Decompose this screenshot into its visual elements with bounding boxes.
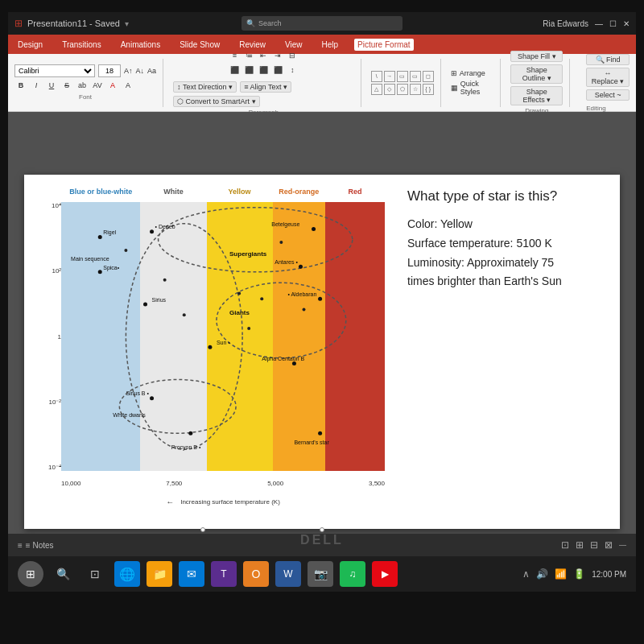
- shape-row-1: \ → ▭ ▭ ◻: [371, 71, 434, 82]
- text-direction-button[interactable]: ↕ Text Direction ▾: [173, 81, 237, 93]
- star-icon[interactable]: ☆: [410, 84, 421, 95]
- volume-icon[interactable]: 🔊: [536, 568, 548, 580]
- align-text-button[interactable]: ≡ Align Text ▾: [240, 81, 291, 93]
- parallelogram-icon[interactable]: ◇: [384, 84, 395, 95]
- music-button[interactable]: ♫: [340, 561, 365, 587]
- bullets-button[interactable]: ≡: [228, 49, 241, 62]
- align-center-button[interactable]: ⬛: [242, 64, 255, 76]
- svg-text:Betelgeuse: Betelgeuse: [271, 221, 299, 228]
- justify-button[interactable]: ⬛: [271, 64, 284, 76]
- color-label-blue: Blue or blue-white: [61, 188, 140, 196]
- clock: 12:00 PM: [592, 570, 626, 579]
- replace-button[interactable]: ↔ Replace ▾: [586, 68, 630, 87]
- font-size-input[interactable]: [98, 64, 121, 77]
- close-btn[interactable]: ✕: [623, 19, 630, 28]
- pentagon-icon[interactable]: ⬠: [397, 84, 408, 95]
- svg-text:Procyon B •: Procyon B •: [171, 444, 201, 451]
- italic-button[interactable]: I: [30, 79, 43, 92]
- align-left-button[interactable]: ⬛: [228, 64, 241, 76]
- font-name-select[interactable]: Calibri: [14, 64, 95, 77]
- rect3-icon[interactable]: ◻: [423, 71, 434, 82]
- y-tick-2: 10²: [52, 267, 61, 275]
- strikethrough-button[interactable]: S: [60, 79, 73, 92]
- edge-button[interactable]: 🌐: [114, 561, 140, 587]
- arrange-button[interactable]: ⊞ Arrange: [451, 69, 494, 77]
- indent-decrease-button[interactable]: ⇤: [257, 49, 270, 62]
- battery-icon[interactable]: 🔋: [573, 568, 585, 580]
- svg-text:Giants: Giants: [229, 309, 250, 316]
- start-button[interactable]: ⊞: [18, 561, 43, 587]
- teams-button[interactable]: T: [211, 561, 237, 587]
- svg-text:Bernard's star: Bernard's star: [294, 440, 329, 445]
- font-name-row: Calibri A↑ A↓ Aa: [14, 64, 156, 77]
- brace-icon[interactable]: { }: [423, 84, 434, 95]
- office-taskbar-button[interactable]: O: [243, 561, 269, 587]
- rect-icon[interactable]: ▭: [397, 71, 408, 82]
- shape-fill-button[interactable]: Shape Fill ▾: [510, 51, 563, 62]
- slide[interactable]: Blue or blue-white White Yellow Red-oran…: [24, 175, 620, 529]
- numbering-button[interactable]: ≔: [242, 49, 255, 62]
- minimize-btn[interactable]: —: [595, 19, 603, 28]
- align-right-button[interactable]: ⬛: [257, 64, 270, 76]
- triangle-icon[interactable]: △: [371, 84, 382, 95]
- search-taskbar-button[interactable]: 🔍: [50, 561, 76, 587]
- rect2-icon[interactable]: ▭: [410, 71, 421, 82]
- word-button[interactable]: W: [275, 561, 301, 587]
- x-axis-text: Increasing surface temperature (K): [180, 498, 280, 506]
- quick-styles-button[interactable]: ▦ Quick Styles: [451, 80, 494, 96]
- tab-slideshow[interactable]: Slide Show: [176, 39, 223, 51]
- notes-view-icon[interactable]: ⊡: [561, 539, 569, 551]
- columns-button[interactable]: ⊟: [286, 49, 299, 62]
- tab-transitions[interactable]: Transitions: [59, 39, 105, 51]
- shadow-button[interactable]: ab: [76, 79, 89, 92]
- tab-design[interactable]: Design: [14, 39, 46, 51]
- fit-icon[interactable]: ⊟: [590, 539, 598, 551]
- grid-icon[interactable]: ⊞: [576, 539, 584, 551]
- tab-animations[interactable]: Animations: [118, 39, 163, 51]
- underline-button[interactable]: U: [45, 79, 58, 92]
- shape-outline-button[interactable]: Shape Outline ▾: [510, 64, 563, 84]
- notes-label[interactable]: ≡ ≡ Notes: [18, 541, 54, 550]
- font-shrink-icon[interactable]: A↓: [136, 67, 145, 75]
- notification-icon[interactable]: ∧: [522, 568, 530, 580]
- color-label-yellow: Yellow: [207, 188, 273, 196]
- info-line-1: Color: Yellow: [407, 215, 607, 234]
- find-button[interactable]: 🔍 Find: [586, 54, 630, 65]
- mail-button[interactable]: ✉: [179, 561, 204, 587]
- network-icon[interactable]: 📶: [555, 568, 567, 580]
- char-spacing-button[interactable]: AV: [91, 79, 104, 92]
- font-color-button[interactable]: A: [106, 79, 119, 92]
- tab-help[interactable]: Help: [318, 39, 341, 51]
- office-icon: ⊞: [14, 18, 23, 29]
- notes-icon: ≡: [18, 541, 23, 550]
- maximize-btn[interactable]: ☐: [609, 19, 617, 28]
- present-icon[interactable]: ⊠: [605, 539, 613, 551]
- svg-text:Sirius: Sirius: [152, 297, 167, 303]
- select-button[interactable]: Select ~: [586, 89, 630, 101]
- selection-handle-bottom-left[interactable]: [200, 527, 205, 532]
- clear-format-icon[interactable]: Aa: [147, 67, 156, 75]
- indent-increase-button[interactable]: ⇥: [271, 49, 284, 62]
- x-ticks: 10,000 7,500 5,000 3,500: [61, 480, 385, 487]
- line-spacing-button[interactable]: ↕: [286, 64, 299, 76]
- photos-button[interactable]: 📷: [308, 561, 333, 587]
- ribbon-group-arrange: ⊞ Arrange ▦ Quick Styles: [451, 59, 502, 107]
- y-axis-label-container: Increasing luminosity (compared to the S…: [27, 267, 40, 428]
- explorer-button[interactable]: 📁: [147, 561, 172, 587]
- hr-chart: Blue or blue-white White Yellow Red-oran…: [31, 183, 388, 513]
- line-icon[interactable]: \: [371, 71, 382, 82]
- editing-group-label: Editing: [586, 105, 630, 112]
- shape-effects-button[interactable]: Shape Effects ▾: [510, 86, 563, 105]
- search-bar[interactable]: 🔍 Search: [242, 16, 402, 31]
- bold-button[interactable]: B: [14, 79, 27, 92]
- arrow-icon[interactable]: →: [384, 71, 395, 82]
- tab-picture-format[interactable]: Picture Format: [354, 39, 414, 51]
- task-view-button[interactable]: ⊡: [82, 561, 108, 587]
- font-grow-icon[interactable]: A↑: [124, 67, 133, 75]
- ribbon: Design Transitions Animations Slide Show…: [8, 35, 636, 112]
- selection-handle-bottom[interactable]: [320, 527, 324, 532]
- convert-smartart-button[interactable]: ⬡ Convert to SmartArt ▾: [173, 96, 260, 107]
- highlight-button[interactable]: A: [122, 79, 134, 92]
- laptop-background: ⊞ Presentation11 - Saved ▾ 🔍 Search Ria …: [0, 0, 644, 644]
- video-button[interactable]: ▶: [372, 561, 398, 587]
